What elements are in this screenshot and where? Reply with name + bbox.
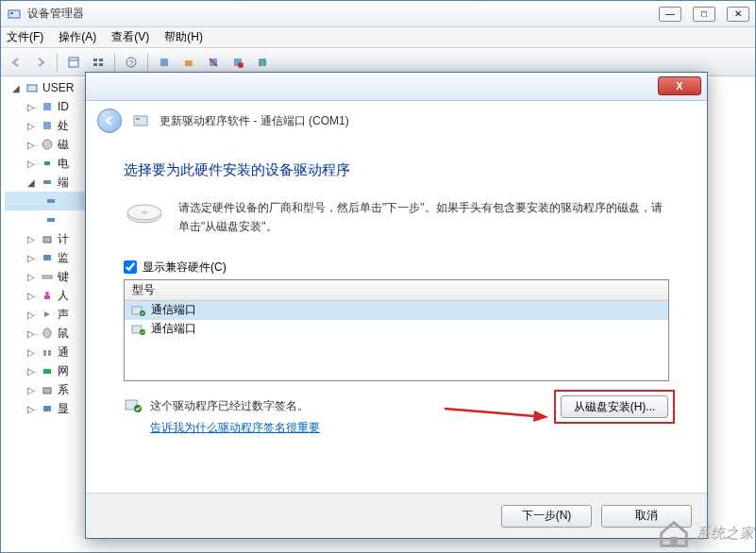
svg-rect-0 <box>8 10 20 18</box>
svg-rect-35 <box>43 406 51 411</box>
svg-rect-23 <box>47 199 55 203</box>
view-icon[interactable] <box>62 51 85 74</box>
update-icon[interactable] <box>177 51 200 74</box>
svg-point-28 <box>45 292 49 295</box>
driver-icon <box>131 111 150 130</box>
svg-rect-21 <box>44 161 50 165</box>
model-list[interactable]: 型号 通信端口 通信端口 <box>124 279 669 381</box>
help-icon[interactable]: ? <box>120 51 143 74</box>
svg-rect-17 <box>27 85 37 92</box>
back-button[interactable] <box>97 109 122 133</box>
dialog-title-bar: X <box>86 73 707 101</box>
svg-rect-31 <box>43 350 46 356</box>
svg-rect-6 <box>93 63 97 66</box>
menu-help[interactable]: 帮助(H) <box>164 29 203 45</box>
signature-link[interactable]: 告诉我为什么驱动程序签名很重要 <box>150 420 320 436</box>
svg-rect-27 <box>42 276 52 278</box>
dialog-footer: 下一步(N) 取消 <box>86 493 707 538</box>
dialog-close-button[interactable]: X <box>658 76 701 95</box>
svg-rect-19 <box>43 122 51 129</box>
svg-rect-29 <box>44 295 50 299</box>
scan-icon[interactable] <box>153 51 176 74</box>
signature-text: 这个驱动程序已经过数字签名。 <box>150 398 309 414</box>
next-button[interactable]: 下一步(N) <box>501 505 592 528</box>
window-title: 设备管理器 <box>27 6 84 22</box>
menu-action[interactable]: 操作(A) <box>59 29 96 45</box>
install-from-disk-button[interactable]: 从磁盘安装(H)... <box>561 395 668 418</box>
update-driver-dialog: X 更新驱动程序软件 - 通信端口 (COM1) 选择要为此硬件安装的设备驱动程… <box>85 72 708 539</box>
show-compatible-label: 显示兼容硬件(C) <box>143 260 227 276</box>
svg-point-15 <box>238 62 244 68</box>
svg-rect-5 <box>99 59 103 61</box>
menu-file[interactable]: 文件(F) <box>7 29 43 45</box>
close-button[interactable]: ✕ <box>727 7 749 22</box>
svg-rect-11 <box>185 60 193 66</box>
svg-point-46 <box>134 405 142 412</box>
uninstall-icon[interactable] <box>202 51 225 74</box>
svg-point-20 <box>42 140 52 149</box>
signature-icon <box>124 398 143 413</box>
svg-text:?: ? <box>129 59 134 67</box>
dialog-header: 更新驱动程序软件 - 通信端口 (COM1) <box>86 101 707 141</box>
svg-rect-32 <box>48 350 51 356</box>
app-icon <box>7 7 22 22</box>
svg-rect-26 <box>43 255 51 260</box>
annotation-highlight: 从磁盘安装(H)... <box>554 390 675 424</box>
show-compatible-checkbox[interactable] <box>124 260 137 274</box>
svg-rect-7 <box>99 63 103 66</box>
cancel-button[interactable]: 取消 <box>601 505 692 528</box>
svg-point-40 <box>142 211 147 214</box>
title-bar: 设备管理器 — □ ✕ <box>1 1 755 27</box>
svg-rect-2 <box>69 58 78 67</box>
svg-rect-10 <box>160 59 168 66</box>
disable-icon[interactable] <box>227 51 249 74</box>
maximize-button[interactable]: □ <box>693 7 715 22</box>
svg-rect-36 <box>134 116 147 126</box>
svg-rect-37 <box>136 118 140 120</box>
minimize-button[interactable]: — <box>659 7 681 22</box>
list-item[interactable]: 通信端口 <box>125 320 668 339</box>
dialog-instruction: 请选定硬件设备的厂商和型号，然后单击"下一步"。如果手头有包含要安装的驱动程序的… <box>178 198 669 237</box>
list-header[interactable]: 型号 <box>125 280 668 301</box>
disk-icon <box>124 198 165 226</box>
svg-rect-33 <box>43 369 51 374</box>
dialog-title: 更新驱动程序软件 - 通信端口 (COM1) <box>160 113 349 129</box>
refresh-icon[interactable] <box>251 51 274 74</box>
dialog-heading: 选择要为此硬件安装的设备驱动程序 <box>124 161 669 179</box>
svg-rect-4 <box>93 59 97 61</box>
svg-rect-1 <box>10 12 13 14</box>
view-list-icon[interactable] <box>87 51 109 74</box>
back-icon[interactable] <box>5 51 27 74</box>
forward-icon[interactable] <box>29 51 52 74</box>
menu-bar: 文件(F) 操作(A) 查看(V) 帮助(H) <box>1 27 755 48</box>
svg-rect-18 <box>43 103 51 110</box>
svg-rect-24 <box>47 218 55 222</box>
svg-point-30 <box>43 328 51 338</box>
list-item[interactable]: 通信端口 <box>125 301 668 320</box>
svg-rect-25 <box>43 237 51 243</box>
svg-rect-22 <box>43 180 51 184</box>
menu-view[interactable]: 查看(V) <box>111 29 149 45</box>
svg-rect-34 <box>43 388 51 394</box>
